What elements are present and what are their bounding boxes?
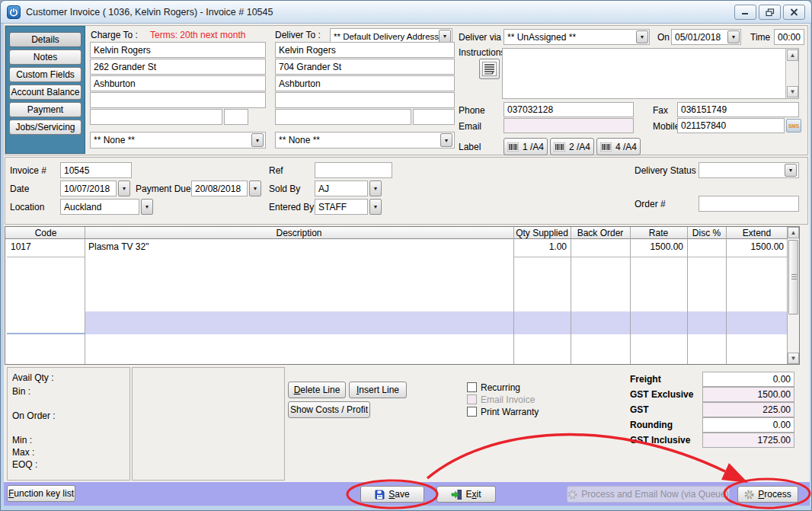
scroll-down-icon[interactable]: ▼: [788, 353, 799, 364]
delivery-address-dropdown-arrow-icon[interactable]: ▼: [439, 30, 451, 43]
payment-due-select[interactable]: 20/08/2018: [191, 180, 248, 196]
column-header-extend[interactable]: Extend: [726, 228, 788, 238]
function-key-list-button[interactable]: Function key list: [7, 485, 75, 502]
minimize-button[interactable]: [734, 5, 756, 20]
phone-input[interactable]: 037032128: [504, 102, 634, 117]
date-label: Date: [10, 184, 29, 194]
scroll-up-icon[interactable]: ▲: [788, 227, 799, 238]
deliver-city-input[interactable]: [275, 109, 411, 125]
delivery-date-dropdown-arrow-icon[interactable]: ▼: [727, 30, 740, 43]
sold-by-dropdown-arrow-icon[interactable]: ▼: [369, 180, 382, 196]
item-row-rate[interactable]: 1500.00: [630, 241, 687, 253]
scrollbar-thumb[interactable]: [788, 240, 798, 315]
sms-button[interactable]: SMS: [786, 119, 801, 133]
deliver-none-select[interactable]: ** None **: [275, 132, 455, 149]
entered-by-dropdown-arrow-icon[interactable]: ▼: [369, 199, 382, 215]
order-number-input[interactable]: [699, 196, 799, 212]
sidebar-item-details[interactable]: Details: [9, 32, 82, 47]
instructions-scrollbar[interactable]: ▲ ▼: [785, 49, 798, 98]
location-select[interactable]: Auckland: [60, 199, 139, 215]
insert-line-button[interactable]: Insert Line: [349, 382, 407, 398]
label-4a4-button[interactable]: 4 /A4: [596, 138, 641, 155]
item-row-back-order[interactable]: [571, 241, 630, 253]
sidebar-item-custom-fields[interactable]: Custom Fields: [9, 67, 82, 82]
deliver-via-select[interactable]: ** UnAssigned **: [504, 29, 650, 45]
payment-due-dropdown-arrow-icon[interactable]: ▼: [249, 180, 261, 196]
charge-name-input[interactable]: Kelvin Rogers: [90, 42, 266, 58]
deliver-via-dropdown-arrow-icon[interactable]: ▼: [636, 30, 648, 43]
fax-input[interactable]: 036151749: [677, 102, 799, 117]
deliver-none-dropdown-arrow-icon[interactable]: ▼: [440, 133, 452, 147]
process-button[interactable]: Process: [737, 486, 798, 503]
charge-city-input[interactable]: [90, 109, 222, 125]
sidebar-item-notes[interactable]: Notes: [9, 50, 82, 65]
maximize-button[interactable]: [759, 5, 781, 20]
time-input[interactable]: 00:00: [774, 29, 804, 45]
ref-input[interactable]: [315, 162, 392, 178]
show-costs-profit-button[interactable]: Show Costs / Profit: [288, 401, 370, 418]
deliver-postcode-input[interactable]: [413, 109, 455, 125]
deliver-via-label: Deliver via: [459, 32, 501, 43]
entered-by-select[interactable]: STAFF: [315, 199, 368, 215]
selected-row-highlight[interactable]: [85, 311, 788, 334]
column-header-disc[interactable]: Disc %: [687, 228, 726, 238]
barcode-icon: [507, 142, 519, 152]
max-label: Max :: [12, 447, 34, 458]
rounding-input[interactable]: 0.00: [702, 417, 794, 433]
scroll-down-icon[interactable]: ▼: [787, 86, 798, 97]
delete-line-text: Delete Line: [294, 385, 340, 395]
location-dropdown-arrow-icon[interactable]: ▼: [141, 199, 153, 215]
title-bar[interactable]: Customer Invoice ( 1036, Kelvin Rogers) …: [1, 1, 811, 24]
item-row-description[interactable]: Plasma TV 32": [85, 241, 513, 253]
deliver-address1-input[interactable]: 704 Grander St: [275, 59, 455, 75]
exit-button[interactable]: Exit: [436, 486, 496, 503]
charge-address3-input[interactable]: [90, 92, 266, 108]
scroll-up-icon[interactable]: ▲: [787, 50, 798, 61]
column-header-rate[interactable]: Rate: [630, 228, 687, 238]
item-row-code[interactable]: 1017: [7, 241, 85, 253]
sidebar-item-account-balance[interactable]: Account Balance: [9, 85, 82, 100]
sidebar-item-payment[interactable]: Payment: [9, 102, 82, 117]
column-header-description[interactable]: Description: [85, 228, 513, 238]
item-row-disc[interactable]: [687, 241, 726, 253]
mobile-input[interactable]: 021157840: [677, 118, 785, 133]
email-invoice-checkbox: [467, 394, 477, 404]
label-label: Label: [459, 142, 481, 152]
charge-address1-input[interactable]: 262 Grander St: [90, 59, 266, 75]
column-header-code[interactable]: Code: [7, 228, 85, 238]
instructions-notes-icon[interactable]: [479, 59, 500, 79]
item-row-extend[interactable]: 1500.00: [726, 241, 788, 253]
delete-line-button[interactable]: Delete Line: [288, 382, 346, 398]
deliver-name-input[interactable]: Kelvin Rogers: [275, 42, 455, 58]
barcode-icon: [600, 142, 612, 152]
min-label: Min :: [12, 435, 32, 446]
sold-by-select[interactable]: AJ: [315, 180, 368, 196]
charge-none-dropdown-arrow-icon[interactable]: ▼: [251, 133, 264, 147]
sidebar-item-jobs-servicing[interactable]: Jobs/Servicing: [9, 120, 82, 135]
date-select[interactable]: 10/07/2018: [60, 180, 117, 196]
date-text: 10/07/2018: [64, 184, 110, 194]
charge-postcode-input[interactable]: [224, 109, 248, 125]
save-button[interactable]: Save: [360, 486, 424, 503]
column-header-back-order[interactable]: Back Order: [571, 228, 630, 238]
freight-input[interactable]: 0.00: [702, 372, 794, 387]
date-dropdown-arrow-icon[interactable]: ▼: [118, 180, 130, 196]
delivery-status-dropdown-arrow-icon[interactable]: ▼: [785, 164, 797, 177]
email-input[interactable]: [504, 118, 634, 133]
charge-none-select[interactable]: ** None **: [90, 132, 266, 149]
instructions-textarea[interactable]: [502, 48, 799, 99]
row-divider: [513, 257, 788, 257]
deliver-address3-input[interactable]: [275, 92, 455, 108]
print-warranty-checkbox[interactable]: [467, 407, 477, 417]
item-row-qty[interactable]: 1.00: [513, 241, 571, 253]
charge-address2-input[interactable]: Ashburton: [90, 75, 266, 91]
deliver-address2-input[interactable]: Ashburton: [275, 75, 455, 91]
recurring-checkbox[interactable]: [467, 382, 477, 392]
items-scrollbar[interactable]: ▲ ▼: [787, 227, 799, 364]
close-button[interactable]: [783, 5, 805, 20]
label-1a4-button[interactable]: 1 /A4: [504, 138, 548, 155]
avail-qty-label: Avail Qty :: [12, 372, 53, 383]
invoice-number-input[interactable]: 10545: [60, 162, 132, 178]
column-header-qty-supplied[interactable]: Qty Supplied: [513, 228, 571, 238]
label-2a4-button[interactable]: 2 /A4: [550, 138, 594, 155]
